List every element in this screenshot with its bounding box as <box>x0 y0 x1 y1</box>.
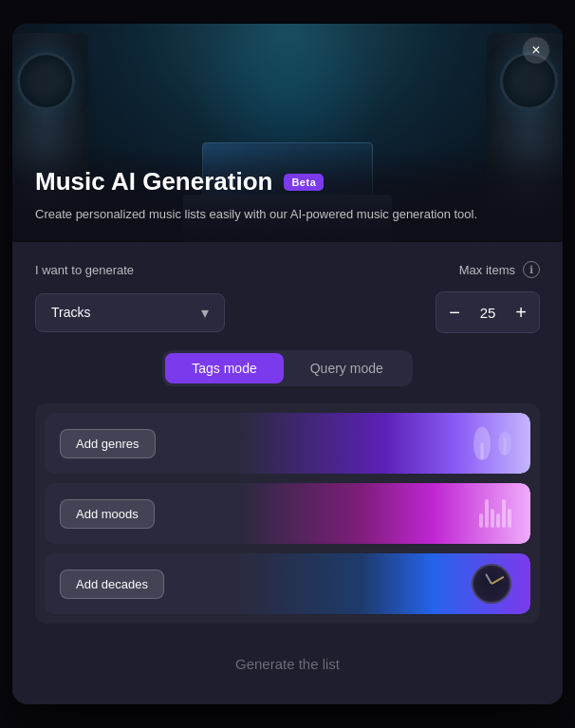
decades-button-container: Add decades <box>45 569 179 599</box>
beta-badge: Beta <box>284 174 324 191</box>
genres-button-container: Add genres <box>45 429 171 458</box>
genres-art-decoration <box>473 427 511 460</box>
modal-title: Music AI Generation <box>35 167 272 196</box>
info-icon[interactable]: ℹ <box>523 261 540 278</box>
stepper-minus-button[interactable]: − <box>436 292 473 332</box>
moods-row: Add moods <box>45 483 530 544</box>
stepper-value: 25 <box>473 305 503 321</box>
modal-overlay: Music AI Generation Beta Create personal… <box>0 0 575 728</box>
genres-row: Add genres <box>45 413 530 474</box>
guitar-icon-2 <box>498 432 511 456</box>
decades-row: Add decades <box>45 553 530 614</box>
add-moods-button[interactable]: Add moods <box>60 499 155 529</box>
moods-art-decoration <box>479 499 511 528</box>
modal-subtitle: Create personalized music lists easily w… <box>35 205 540 224</box>
max-items-group: Max items ℹ <box>459 261 540 278</box>
dropdown-value: Tracks <box>51 305 90 320</box>
tags-section: Add genres <box>35 403 540 624</box>
music-ai-modal: Music AI Generation Beta Create personal… <box>12 24 563 704</box>
modal-header: Music AI Generation Beta Create personal… <box>12 24 563 242</box>
chevron-down-icon: ▾ <box>201 304 209 322</box>
guitar-icon <box>473 427 491 460</box>
clock-art-decoration <box>472 564 511 604</box>
controls-input-row: Tracks ▾ − 25 + <box>35 291 540 333</box>
controls-label-row: I want to generate Max items ℹ <box>35 261 540 278</box>
title-row: Music AI Generation Beta <box>35 167 540 196</box>
generate-button[interactable]: Generate the list <box>35 643 540 685</box>
add-decades-button[interactable]: Add decades <box>60 569 164 599</box>
mode-toggle: Tags mode Query mode <box>162 350 413 386</box>
moods-button-container: Add moods <box>45 499 170 529</box>
stepper-plus-button[interactable]: + <box>503 292 539 332</box>
header-content: Music AI Generation Beta Create personal… <box>12 148 563 242</box>
query-mode-button[interactable]: Query mode <box>284 353 410 383</box>
max-items-stepper: − 25 + <box>436 291 540 333</box>
track-type-dropdown[interactable]: Tracks ▾ <box>35 293 225 332</box>
max-items-label: Max items <box>459 263 515 277</box>
add-genres-button[interactable]: Add genres <box>60 429 156 458</box>
close-icon: × <box>531 42 540 59</box>
tags-mode-button[interactable]: Tags mode <box>165 353 283 383</box>
close-button[interactable]: × <box>523 37 549 64</box>
want-label: I want to generate <box>35 263 134 277</box>
modal-body: I want to generate Max items ℹ Tracks ▾ … <box>12 242 563 704</box>
